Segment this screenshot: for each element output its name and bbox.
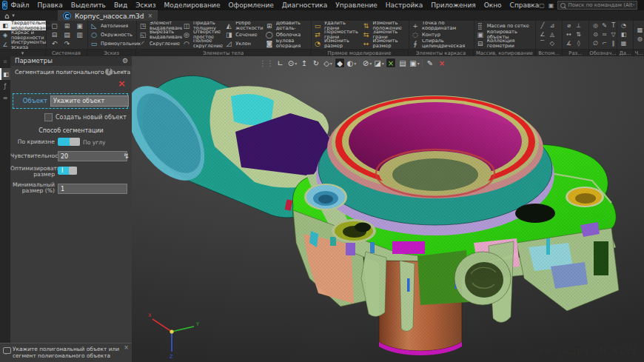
- list-icon[interactable]: ≡: [0, 92, 10, 104]
- open-document-icon[interactable]: ⊞: [61, 21, 73, 30]
- change-face-position-button[interactable]: ⇅Изменить положение гра...: [361, 21, 407, 30]
- aux-icon[interactable]: ◬: [547, 30, 557, 39]
- full-round-button[interactable]: ◠Полное скругление: [182, 39, 224, 48]
- sensitivity-input[interactable]: [58, 151, 127, 161]
- viewport-3d[interactable]: X Y Z ⋮⋮ ∟ ⊙▾ ↥ ↻ ◇▾ ◆ ◐▾ ⊘▾ ◪▾ × ▤ ▣▾ ✎…: [132, 56, 644, 362]
- move-faces-button[interactable]: ⇄Переместить грани: [313, 30, 361, 39]
- pan-icon[interactable]: ↥: [299, 58, 309, 68]
- draft-button[interactable]: ◿Уклон: [224, 39, 264, 48]
- boolean-button[interactable]: ◙Булева операция: [265, 39, 309, 48]
- save-document-icon[interactable]: ▣: [73, 21, 86, 30]
- print-preview-icon[interactable]: ▤: [61, 30, 73, 39]
- menu-edit[interactable]: Правка: [37, 1, 62, 9]
- orbit-icon[interactable]: ↻: [311, 58, 321, 68]
- rectangle-button[interactable]: ▭ Прямоугольник: [90, 39, 141, 48]
- menu-layout[interactable]: Оформление: [228, 1, 273, 9]
- helix-button[interactable]: ∮Спираль цилиндрическая: [411, 39, 472, 48]
- redo-icon[interactable]: ↷: [61, 39, 73, 48]
- fillet-button[interactable]: ◜Скругление: [138, 39, 182, 48]
- parameters-panel-icon[interactable]: ◧: [0, 68, 10, 80]
- rib-button[interactable]: ◭Ребро жесткости: [224, 21, 264, 30]
- paste-icon[interactable]: ▣▾: [409, 58, 420, 68]
- replace-faces-button[interactable]: ⇆Заменить грани: [361, 30, 407, 39]
- message-close-icon[interactable]: ×: [124, 344, 129, 351]
- new-document-icon[interactable]: ▢: [48, 21, 61, 30]
- aux-icon[interactable]: ⊿: [547, 21, 557, 30]
- geometry-collection-button[interactable]: ⊟Коллекция геометрии: [476, 39, 534, 48]
- resize-fillet-button[interactable]: ◔Изменить размер округл...: [313, 39, 361, 48]
- home-caret-icon[interactable]: ▾: [12, 13, 15, 19]
- toolbar-grip-icon[interactable]: ⋮⋮: [259, 58, 274, 68]
- model-3d[interactable]: X Y Z: [132, 56, 644, 362]
- screenshot-icon[interactable]: ▣: [549, 2, 554, 9]
- object-drop-target[interactable]: Объект: [13, 93, 128, 109]
- window-layout-icon[interactable]: ▢: [539, 2, 545, 9]
- optimize-size-toggle[interactable]: I: [58, 167, 77, 175]
- dimension-icon[interactable]: ↔: [564, 30, 574, 39]
- print-icon[interactable]: ⊟: [48, 30, 61, 39]
- structure-icon[interactable]: ⌗: [122, 68, 126, 76]
- command-search-input[interactable]: [568, 2, 634, 8]
- more-icon[interactable]: ◔: [619, 21, 628, 30]
- undo-icon[interactable]: ↶: [48, 39, 61, 48]
- menu-sketch[interactable]: Эскиз: [135, 1, 155, 9]
- segmentation-method-toggle[interactable]: [58, 138, 80, 146]
- dimension-icon[interactable]: ⊥: [574, 21, 583, 30]
- zoom-icon[interactable]: ⊙▾: [287, 58, 298, 68]
- create-new-object-checkbox[interactable]: [44, 113, 53, 121]
- hide-objects-icon[interactable]: ⊘▾: [362, 58, 372, 68]
- help-icon[interactable]: ?: [105, 68, 113, 76]
- cancel-command-icon[interactable]: ×: [118, 78, 126, 88]
- more-icon[interactable]: ◧: [619, 30, 628, 39]
- resize-face-button[interactable]: ↔Изменить размер грани: [361, 39, 407, 48]
- dimension-icon[interactable]: ⌀: [564, 21, 574, 30]
- aux-icon[interactable]: ∠: [537, 30, 547, 39]
- lightning-icon[interactable]: ↯: [124, 152, 130, 160]
- autoline-button[interactable]: ◺ Автолиния: [90, 21, 141, 30]
- delete-faces-button[interactable]: ▭Удалить грани: [313, 21, 361, 30]
- more-icon[interactable]: ▦: [619, 39, 628, 48]
- move-component-icon[interactable]: ×: [386, 58, 396, 68]
- orientation-icon[interactable]: ◇▾: [323, 58, 333, 68]
- menu-diagnostics[interactable]: Диагностика: [282, 1, 328, 9]
- contour-button[interactable]: ◌Контур: [411, 30, 472, 39]
- menu-help[interactable]: Справка: [510, 1, 540, 9]
- document-tab[interactable]: Корпус_насоса.m3d ×: [58, 10, 158, 21]
- thicken-button[interactable]: ◫Придать толщину: [182, 21, 224, 30]
- grid-array-button[interactable]: ⣿Массив по сетке: [476, 21, 534, 30]
- command-search[interactable]: [557, 1, 637, 10]
- variables-icon[interactable]: ƒ: [0, 80, 10, 92]
- menu-file[interactable]: Файл: [11, 1, 30, 9]
- menu-modeling[interactable]: Моделирование: [164, 1, 221, 9]
- menu-view[interactable]: Вид: [114, 1, 127, 9]
- dimension-icon[interactable]: ⇅: [574, 30, 583, 39]
- sketch-mode-icon[interactable]: ∟: [275, 58, 286, 68]
- more-icon[interactable]: ▩: [635, 26, 644, 35]
- aux-icon[interactable]: ⌒: [537, 39, 547, 48]
- document-properties-icon[interactable]: ▥: [73, 30, 86, 39]
- aux-icon[interactable]: ◇: [547, 39, 557, 48]
- layers-icon[interactable]: ▤: [398, 58, 408, 68]
- min-size-input[interactable]: [58, 184, 127, 194]
- extrude-button[interactable]: ◳Элемент выдавливания: [138, 21, 182, 30]
- copy-objects-button[interactable]: ▣Копировать объекты: [476, 30, 534, 39]
- menu-settings[interactable]: Настройка: [386, 1, 423, 9]
- display-cube-icon[interactable]: ◆: [335, 58, 345, 68]
- home-icon[interactable]: ⌂: [0, 12, 12, 20]
- shell-button[interactable]: ◯Оболочка: [265, 30, 309, 39]
- point-by-coordinates-button[interactable]: +Точка по координатам: [411, 21, 472, 30]
- dimension-icon[interactable]: ◊: [574, 39, 583, 48]
- menu-window[interactable]: Окно: [484, 1, 502, 9]
- model-tree-icon[interactable]: ⌗: [0, 56, 10, 68]
- circle-button[interactable]: ○ Окружность: [90, 30, 141, 39]
- cut-extrude-button[interactable]: ◱Вырезать выдавливанием: [138, 30, 182, 39]
- pencil-icon[interactable]: ✎: [425, 58, 435, 68]
- section-button[interactable]: ◨Сечение: [224, 30, 264, 39]
- menu-management[interactable]: Управление: [335, 1, 377, 9]
- menu-select[interactable]: Выделить: [71, 1, 106, 9]
- more-icon[interactable]: ◍: [635, 35, 644, 44]
- add-part-stock-button[interactable]: ⊞Добавить деталь-заготов...: [265, 21, 309, 30]
- gear-icon[interactable]: ⚙: [122, 56, 128, 66]
- abort-icon[interactable]: ×: [437, 58, 447, 68]
- tab-close-icon[interactable]: ×: [148, 13, 153, 19]
